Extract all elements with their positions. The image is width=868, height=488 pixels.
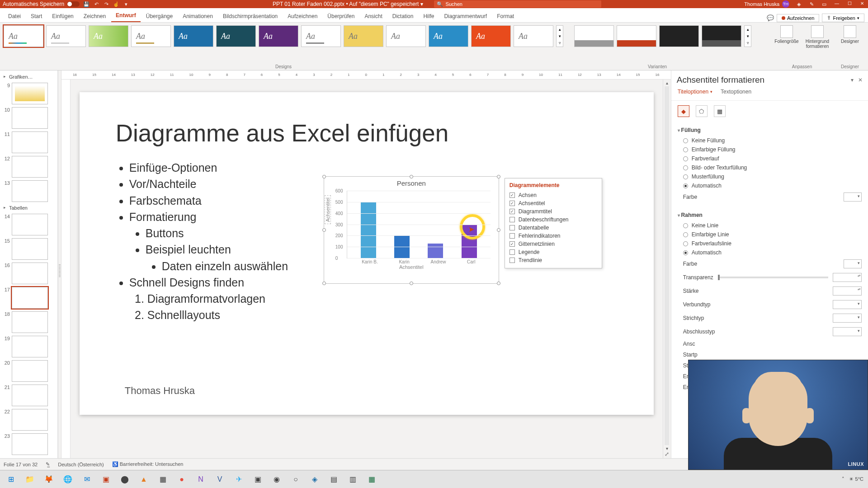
radio-icon[interactable]: [683, 223, 688, 228]
chart-element-option[interactable]: ✓Achsentitel: [509, 199, 597, 207]
thumb-21[interactable]: 21: [1, 383, 57, 408]
checkbox-icon[interactable]: ✓: [509, 192, 515, 198]
radio-icon[interactable]: [683, 156, 688, 161]
save-icon[interactable]: 💾: [83, 1, 90, 7]
canvas-vertical-scrollbar[interactable]: ▴ ▾ ⤢: [663, 80, 671, 458]
pane-options-icon[interactable]: ▾: [851, 77, 854, 83]
design-theme-13[interactable]: Aa: [514, 25, 553, 47]
touch-mode-icon[interactable]: ☝: [113, 1, 119, 7]
radio-icon[interactable]: [683, 183, 688, 188]
fill-option[interactable]: Keine Füllung: [678, 136, 862, 145]
checkbox-icon[interactable]: ✓: [509, 209, 515, 214]
section-header-tables[interactable]: Tabellen: [1, 203, 57, 212]
border-option[interactable]: Farbverlaufslinie: [678, 239, 862, 248]
tab-hilfe[interactable]: Hilfe: [419, 10, 439, 22]
fill-option[interactable]: Bild- oder Texturfüllung: [678, 163, 862, 172]
ribbon-display-icon[interactable]: ▭: [821, 1, 827, 7]
task-app4-icon[interactable]: ▣: [249, 472, 267, 487]
chart-element-option[interactable]: ✓Achsen: [509, 191, 597, 199]
radio-icon[interactable]: [683, 174, 688, 179]
tray-weather[interactable]: ☀ 5°C: [849, 476, 863, 482]
task-visio-icon[interactable]: V: [211, 472, 229, 487]
tab-start[interactable]: Start: [26, 10, 47, 22]
slide-size-button[interactable]: Foliengröße: [772, 25, 801, 63]
tab-title-options[interactable]: Titeloptionen▾: [678, 89, 712, 97]
size-props-category-icon[interactable]: ▦: [714, 105, 726, 117]
account-button[interactable]: Thomas Hruska TH: [744, 0, 789, 8]
chart-element-option[interactable]: Legende: [509, 248, 597, 256]
tab-ueberpruefen[interactable]: Überprüfen: [323, 10, 359, 22]
task-outlook-icon[interactable]: ✉: [78, 472, 96, 487]
slide-thumbnail-panel[interactable]: Grafiken… 9 10 11 12 13 Tabellen 14 15 1…: [0, 70, 58, 458]
chart-bar[interactable]: [428, 244, 443, 258]
tab-dictation[interactable]: Dictation: [388, 10, 418, 22]
radio-icon[interactable]: [683, 165, 688, 170]
thumb-9[interactable]: 9: [1, 81, 57, 106]
design-theme-10[interactable]: Aa: [386, 25, 426, 47]
design-theme-6[interactable]: Aa: [216, 25, 256, 47]
chart-x-axis-title[interactable]: Achsentitel: [324, 264, 499, 270]
vertical-ruler[interactable]: [61, 80, 71, 458]
close-button[interactable]: ✕: [859, 1, 865, 7]
scroll-down-icon[interactable]: ▾: [666, 446, 668, 451]
thumb-12[interactable]: 12: [1, 155, 57, 179]
thumbnail-splitter[interactable]: [58, 70, 61, 458]
chart-element-option[interactable]: ✓Gitternetzlinien: [509, 240, 597, 248]
task-app1-icon[interactable]: ⬤: [116, 472, 134, 487]
tab-animationen[interactable]: Animationen: [178, 10, 217, 22]
design-theme-11[interactable]: Aa: [429, 25, 468, 47]
chart-element-option[interactable]: Datenbeschriftungen: [509, 216, 597, 224]
record-button[interactable]: Aufzeichnen: [777, 14, 820, 22]
fill-line-category-icon[interactable]: ◆: [678, 105, 689, 117]
checkbox-icon[interactable]: [509, 233, 515, 239]
minimize-button[interactable]: —: [834, 1, 840, 7]
task-app5-icon[interactable]: ○: [287, 472, 305, 487]
comments-icon[interactable]: 💬: [767, 14, 774, 21]
checkbox-icon[interactable]: ✓: [509, 241, 515, 247]
thumb-19[interactable]: 19: [1, 334, 57, 359]
chart-element-option[interactable]: Datentabelle: [509, 224, 597, 232]
pane-close-icon[interactable]: ✕: [858, 77, 863, 83]
chart-y-axis-title[interactable]: Achsentitel: [325, 195, 331, 224]
variant-1[interactable]: [574, 25, 614, 47]
thumb-23[interactable]: 23: [1, 432, 57, 456]
chart-element-option[interactable]: Fehlerindikatoren: [509, 232, 597, 240]
slide-canvas[interactable]: Diagramme aus Excel einfügen Einfüge-Opt…: [71, 80, 663, 458]
tab-ansicht[interactable]: Ansicht: [360, 10, 387, 22]
status-slide-count[interactable]: Folie 17 von 32: [4, 462, 38, 467]
design-theme-12[interactable]: Aa: [471, 25, 511, 47]
checkbox-icon[interactable]: [509, 217, 515, 222]
chart-object[interactable]: Personen Achsentitel ➤ 01002003004005006…: [324, 176, 499, 284]
variant-2[interactable]: [617, 25, 656, 47]
chart-plot-area[interactable]: ➤ 0100200300400500600: [347, 191, 491, 258]
variant-4[interactable]: [702, 25, 741, 47]
coming-soon-icon[interactable]: ✎: [808, 1, 815, 7]
design-theme-3[interactable]: Aa: [89, 25, 128, 47]
task-obs-icon[interactable]: ◉: [268, 472, 286, 487]
task-telegram-icon[interactable]: ✈: [230, 472, 248, 487]
task-explorer-icon[interactable]: 📁: [21, 472, 39, 487]
redo-icon[interactable]: ↷: [103, 1, 109, 7]
tab-aufzeichnen[interactable]: Aufzeichnen: [283, 10, 322, 22]
thumb-15[interactable]: 15: [1, 237, 57, 261]
designer-button[interactable]: Designer: [835, 25, 864, 44]
tab-entwurf[interactable]: Entwurf: [111, 9, 141, 22]
fill-color-picker[interactable]: [844, 192, 862, 202]
tab-diagrammentwurf[interactable]: Diagrammentwurf: [439, 10, 491, 22]
scroll-up-icon[interactable]: ▴: [666, 80, 668, 85]
task-app8-icon[interactable]: ▥: [344, 472, 362, 487]
design-theme-2[interactable]: Aa: [46, 25, 86, 47]
design-theme-8[interactable]: Aa: [301, 25, 341, 47]
document-title[interactable]: PPT 01 Roter Faden 002.pptx • Auf "diese…: [273, 1, 423, 7]
chart-bar[interactable]: [361, 202, 376, 258]
design-theme-5[interactable]: Aa: [174, 25, 213, 47]
dash-type-dropdown[interactable]: [833, 314, 862, 323]
slide-title[interactable]: Diagramme aus Excel einfügen: [116, 119, 618, 147]
variant-3[interactable]: [659, 25, 699, 47]
thumb-10[interactable]: 10: [1, 106, 57, 130]
toggle-switch-icon[interactable]: [67, 1, 80, 7]
tab-uebergaenge[interactable]: Übergänge: [142, 10, 177, 22]
horizontal-ruler[interactable]: 1615141312111098765432101234567891011121…: [61, 70, 671, 80]
task-onenote-icon[interactable]: N: [192, 472, 210, 487]
status-spellcheck-icon[interactable]: ✎̲: [46, 461, 50, 467]
